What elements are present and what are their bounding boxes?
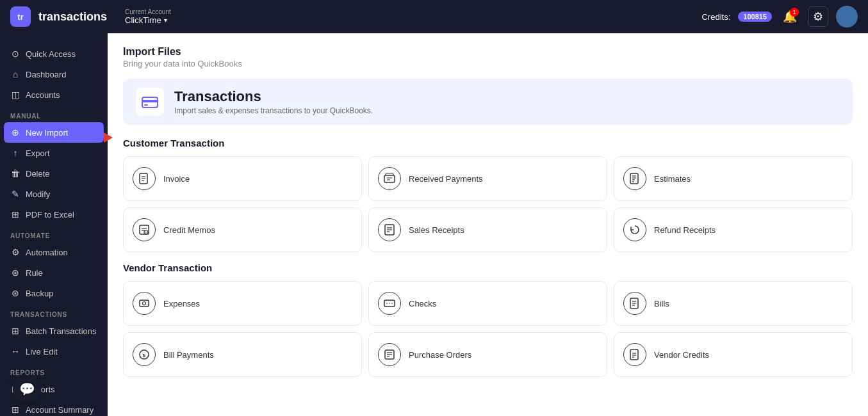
card-sales-receipts[interactable]: Sales Receipts — [368, 207, 607, 252]
batch-icon: ⊞ — [10, 326, 20, 336]
main-content: Import Files Bring your data into QuickB… — [108, 33, 868, 416]
sidebar-label-backup: Backup — [26, 289, 53, 298]
chevron-down-icon: ▾ — [164, 17, 167, 24]
sidebar-item-batch-transactions[interactable]: ⊞ Batch Transactions — [0, 321, 108, 341]
header-left: tr transactions Current Account ClickTim… — [10, 6, 171, 27]
dashboard-icon: ⌂ — [10, 69, 20, 79]
sidebar-label-new-import: New Import — [26, 128, 68, 138]
credit-memos-icon: $ — [133, 218, 156, 241]
header-right: Credits: 100815 🔔 1 ⚙ — [701, 6, 858, 28]
modify-icon: ✎ — [10, 189, 20, 199]
sidebar-item-backup[interactable]: ⊛ Backup — [0, 283, 108, 303]
sidebar-item-modify[interactable]: ✎ Modify — [0, 184, 108, 204]
sidebar-item-quick-access[interactable]: ⊙ Quick Access — [0, 44, 108, 64]
customer-transaction-grid: Invoice Received Payments — [123, 156, 853, 252]
account-section: Current Account ClickTime ▾ — [125, 8, 171, 25]
sidebar-item-accounts[interactable]: ◫ Accounts — [0, 84, 108, 105]
credits-value: 100815 — [738, 12, 772, 22]
refund-receipts-label: Refund Receipts — [654, 225, 716, 235]
sidebar-item-delete[interactable]: 🗑 Delete — [0, 163, 108, 184]
quick-access-section-label — [0, 33, 108, 44]
svg-text:$: $ — [143, 353, 146, 358]
arrow-indicator — [101, 132, 113, 145]
settings-button[interactable]: ⚙ — [808, 6, 828, 27]
transactions-section-label: TRANSACTIONS — [0, 303, 108, 321]
sidebar-item-account-summary[interactable]: ⊞ Account Summary — [0, 399, 108, 416]
app-name: transactions — [38, 10, 107, 24]
received-payments-icon — [378, 167, 401, 190]
live-edit-icon: ↔ — [10, 346, 20, 356]
accounts-icon: ◫ — [10, 90, 20, 100]
reports-section-label: REPORTS — [0, 362, 108, 379]
invoice-icon — [133, 167, 156, 190]
product-card: Transactions Import sales & expenses tra… — [123, 79, 853, 125]
purchase-orders-icon — [378, 343, 401, 366]
vendor-credits-label: Vendor Credits — [654, 350, 709, 360]
sales-receipts-label: Sales Receipts — [409, 225, 464, 235]
sidebar-item-live-edit[interactable]: ↔ Live Edit — [0, 341, 108, 362]
sidebar-label-rule: Rule — [26, 268, 43, 278]
card-invoice[interactable]: Invoice — [123, 156, 362, 201]
product-card-text: Transactions Import sales & expenses tra… — [174, 88, 373, 115]
svg-rect-1 — [142, 100, 158, 102]
backup-icon: ⊛ — [10, 288, 20, 298]
export-icon: ↑ — [10, 148, 20, 158]
sidebar-label-export: Export — [26, 148, 50, 158]
account-name-dropdown[interactable]: ClickTime ▾ — [125, 15, 171, 25]
credit-memos-label: Credit Memos — [163, 225, 215, 235]
card-checks[interactable]: Checks — [368, 281, 607, 326]
sidebar-item-pdf-to-excel[interactable]: ⊞ PDF to Excel — [0, 204, 108, 225]
card-bill-payments[interactable]: $ Bill Payments — [123, 332, 362, 377]
user-avatar[interactable] — [836, 6, 858, 28]
sidebar-label-modify: Modify — [26, 189, 50, 199]
manual-section-label: MANUAL — [0, 105, 108, 122]
card-refund-receipts[interactable]: Refund Receipts — [614, 207, 853, 252]
card-bills[interactable]: Bills — [614, 281, 853, 326]
invoice-label: Invoice — [163, 174, 190, 184]
bill-payments-icon: $ — [133, 343, 156, 366]
svg-rect-7 — [384, 175, 395, 182]
sidebar-label-accounts: Accounts — [26, 90, 60, 100]
card-estimates[interactable]: Estimates — [614, 156, 853, 201]
sidebar: ⊙ Quick Access ⌂ Dashboard ◫ Accounts MA… — [0, 33, 108, 416]
sidebar-item-automation[interactable]: ⚙ Automation — [0, 242, 108, 262]
received-payments-label: Received Payments — [409, 174, 483, 184]
card-vendor-credits[interactable]: Vendor Credits — [614, 332, 853, 377]
pdf-icon: ⊞ — [10, 209, 20, 220]
home-icon: ⊙ — [10, 49, 20, 59]
bills-icon — [623, 292, 646, 315]
sidebar-item-rule[interactable]: ⊛ Rule — [0, 262, 108, 283]
customer-section-header: Customer Transaction — [123, 138, 853, 148]
sidebar-item-export[interactable]: ↑ Export — [0, 143, 108, 163]
chat-button[interactable]: 💬 — [13, 375, 41, 403]
rule-icon: ⊛ — [10, 268, 20, 278]
account-label: Current Account — [125, 8, 171, 15]
new-import-icon: ⊕ — [10, 127, 20, 138]
page-title: Import Files — [123, 46, 853, 58]
card-purchase-orders[interactable]: Purchase Orders — [368, 332, 607, 377]
estimates-icon — [623, 167, 646, 190]
card-expenses[interactable]: Expenses — [123, 281, 362, 326]
sidebar-label-dashboard: Dashboard — [26, 70, 67, 79]
sidebar-label-live-edit: Live Edit — [26, 347, 58, 356]
sidebar-label-pdf-to-excel: PDF to Excel — [26, 210, 74, 220]
svg-point-23 — [143, 302, 146, 305]
product-title: Transactions — [174, 88, 373, 105]
svg-rect-22 — [140, 300, 149, 307]
checks-label: Checks — [409, 299, 436, 308]
checks-icon — [378, 292, 401, 315]
card-received-payments[interactable]: Received Payments — [368, 156, 607, 201]
vendor-transaction-grid: Expenses Checks — [123, 281, 853, 377]
sidebar-item-dashboard[interactable]: ⌂ Dashboard — [0, 64, 108, 84]
bill-payments-label: Bill Payments — [163, 350, 214, 360]
automation-icon: ⚙ — [10, 247, 20, 257]
credits-label: Credits: — [701, 12, 730, 22]
product-description: Import sales & expenses transactions to … — [174, 106, 373, 115]
svg-rect-2 — [144, 104, 148, 106]
sidebar-label-automation: Automation — [26, 248, 68, 257]
sidebar-item-new-import[interactable]: ⊕ New Import — [4, 122, 104, 143]
card-credit-memos[interactable]: $ Credit Memos — [123, 207, 362, 252]
notifications-button[interactable]: 🔔 1 — [780, 6, 800, 27]
expenses-label: Expenses — [163, 299, 200, 308]
svg-rect-8 — [630, 173, 638, 184]
